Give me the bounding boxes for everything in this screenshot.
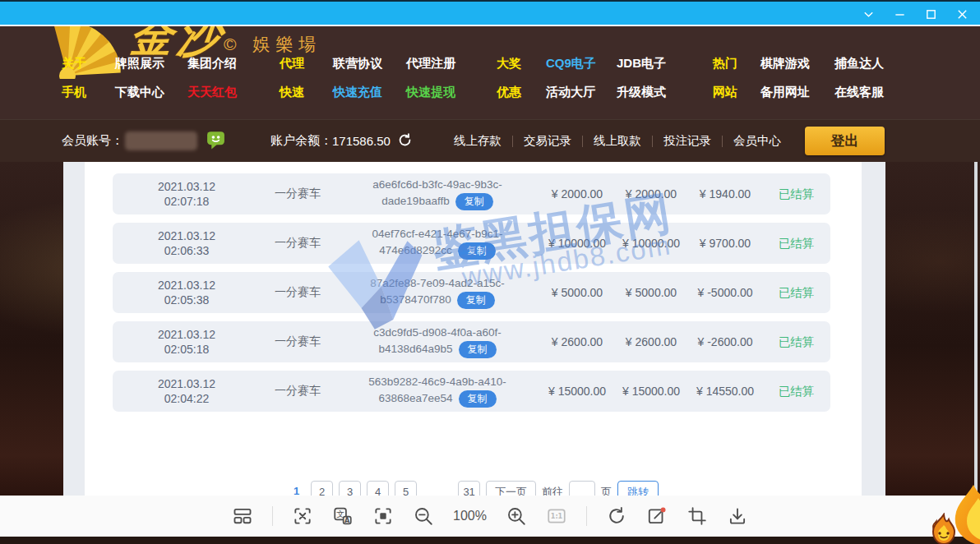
status-badge: 已结算 — [762, 236, 830, 251]
valid-amount: ¥ 5000.00 — [614, 286, 688, 299]
profit-amount: ¥ 9700.00 — [688, 237, 762, 250]
bottom-edge-strip — [0, 537, 980, 544]
logout-button[interactable]: 登出 — [805, 127, 885, 155]
bet-id: 563b9282-46c9-4a9b-a410- 63868ea7ee54复制 — [335, 375, 540, 407]
nav-item-快速[interactable]: 快速 — [280, 85, 333, 100]
collapse-icon[interactable] — [857, 3, 880, 25]
bet-record-row: 2021.03.1202:04:22 一分赛车 563b9282-46c9-4a… — [113, 371, 830, 412]
download-icon[interactable] — [727, 505, 748, 527]
maximize-icon[interactable] — [919, 3, 942, 25]
nav-item-备用网址[interactable]: 备用网址 — [760, 85, 834, 100]
nav-item-JDB电子[interactable]: JDB电子 — [617, 56, 713, 71]
account-links: 线上存款交易记录线上取款投注记录会员中心 — [443, 133, 792, 149]
minimize-icon[interactable] — [888, 3, 911, 25]
svg-text:A: A — [344, 516, 350, 524]
nav-item-代理注册[interactable]: 代理注册 — [406, 56, 497, 71]
edit-icon[interactable] — [646, 505, 668, 527]
bet-amount: ¥ 15000.00 — [540, 385, 614, 398]
nav-item-集团介绍[interactable]: 集团介绍 — [187, 56, 280, 71]
translate-icon[interactable]: 文 A — [332, 505, 354, 527]
close-icon[interactable] — [950, 3, 973, 25]
bet-record-row: 2021.03.1202:06:33 一分赛车 04ef76cf-e421-4e… — [113, 223, 830, 264]
flame-mascot-icon — [926, 513, 962, 544]
bet-game: 一分赛车 — [261, 187, 335, 201]
nav-item-CQ9电子[interactable]: CQ9电子 — [546, 56, 617, 71]
nav-row2: 手机下载中心天天红包快速快速充值快速提现优惠活动大厅升级模式网站备用网址在线客服 — [0, 85, 980, 100]
copy-button[interactable]: 复制 — [457, 292, 495, 309]
status-badge: 已结算 — [762, 285, 830, 301]
nav-item-大奖[interactable]: 大奖 — [497, 56, 546, 71]
account-link-线上存款[interactable]: 线上存款 — [443, 133, 512, 149]
chat-bubble-icon[interactable] — [206, 129, 226, 153]
account-link-会员中心[interactable]: 会员中心 — [723, 133, 792, 149]
viewer-toolbar: 文 A 100% 1:1 — [0, 496, 980, 537]
nav-item-棋牌游戏[interactable]: 棋牌游戏 — [760, 56, 834, 71]
bet-amount: ¥ 2000.00 — [540, 187, 614, 201]
bet-record-row: 2021.03.1202:05:38 一分赛车 87a2fe88-7e09-4a… — [113, 272, 830, 313]
site-header: 金沙 © 娛樂場 关于牌照展示集团介绍代理联营协议代理注册大奖CQ9电子JDB电… — [0, 26, 980, 119]
nav-item-关于[interactable]: 关于 — [62, 56, 115, 71]
toolbar-divider — [586, 506, 587, 526]
nav-item-网站[interactable]: 网站 — [713, 85, 760, 100]
nav-item-快速充值[interactable]: 快速充值 — [333, 85, 406, 100]
nav-item-联营协议[interactable]: 联营协议 — [333, 56, 406, 71]
valid-amount: ¥ 2600.00 — [614, 335, 688, 348]
copy-button[interactable]: 复制 — [459, 390, 497, 408]
copy-button[interactable]: 复制 — [455, 193, 493, 210]
profit-amount: ¥ 14550.00 — [688, 385, 762, 398]
nav-item-升级模式[interactable]: 升级模式 — [617, 85, 713, 100]
bet-game: 一分赛车 — [261, 384, 335, 399]
status-badge: 已结算 — [762, 334, 830, 350]
nav-item-代理[interactable]: 代理 — [280, 56, 333, 71]
fullscreen-icon[interactable] — [372, 505, 394, 527]
copy-button[interactable]: 复制 — [458, 242, 496, 260]
valid-amount: ¥ 2000.00 — [614, 187, 688, 201]
nav-item-手机[interactable]: 手机 — [62, 85, 115, 100]
status-badge: 已结算 — [762, 187, 830, 202]
rotate-icon[interactable] — [606, 505, 627, 527]
layout-grid-icon[interactable] — [232, 505, 253, 527]
bet-record-row: 2021.03.1202:05:18 一分赛车 c3dc9fd5-d908-4f… — [113, 321, 830, 362]
copy-button[interactable]: 复制 — [459, 341, 497, 358]
account-menu: 线上存款交易记录线上取款投注记录会员中心 登出 — [443, 127, 980, 155]
bet-id: 87a2fe88-7e09-4ad2-a15c- b5378470f780复制 — [335, 276, 540, 308]
bet-game: 一分赛车 — [261, 334, 335, 349]
one-to-one-icon[interactable]: 1:1 — [546, 505, 567, 527]
nav-item-优惠[interactable]: 优惠 — [497, 85, 546, 100]
nav-item-下载中心[interactable]: 下载中心 — [115, 85, 187, 100]
valid-amount: ¥ 15000.00 — [614, 385, 688, 398]
account-info: 会员账号： — [0, 129, 226, 153]
account-link-投注记录[interactable]: 投注记录 — [653, 133, 722, 149]
bet-datetime: 2021.03.1202:04:22 — [113, 376, 261, 406]
bet-datetime: 2021.03.1202:05:18 — [113, 327, 261, 357]
account-label: 会员账号： — [62, 133, 123, 149]
zoom-in-icon[interactable] — [506, 505, 527, 527]
profit-amount: ¥ -5000.00 — [688, 286, 762, 299]
status-badge: 已结算 — [762, 384, 830, 399]
bet-id: 04ef76cf-e421-4e67-b9c1- 474e6d8292cc复制 — [335, 227, 540, 259]
panel-gutter-left — [63, 162, 85, 496]
zoom-out-icon[interactable] — [413, 505, 434, 527]
profit-amount: ¥ 1940.00 — [688, 187, 762, 201]
bet-game: 一分赛车 — [261, 236, 335, 251]
nav-item-热门[interactable]: 热门 — [713, 56, 760, 71]
nav-item-天天红包[interactable]: 天天红包 — [187, 85, 280, 100]
window-titlebar[interactable] — [0, 0, 980, 25]
nav-item-捕鱼达人[interactable]: 捕鱼达人 — [834, 56, 917, 71]
extract-text-icon[interactable] — [292, 505, 313, 527]
zoom-level: 100% — [453, 509, 487, 523]
nav-item-活动大厅[interactable]: 活动大厅 — [546, 85, 617, 100]
toolbar-divider — [272, 506, 273, 526]
account-link-交易记录[interactable]: 交易记录 — [513, 133, 582, 149]
nav-item-在线客服[interactable]: 在线客服 — [834, 85, 917, 100]
account-link-线上取款[interactable]: 线上取款 — [583, 133, 652, 149]
bet-amount: ¥ 10000.00 — [540, 237, 614, 250]
nav-item-牌照展示[interactable]: 牌照展示 — [115, 56, 187, 71]
records-list: 2021.03.1202:07:18 一分赛车 a6e6fc6d-b3fc-49… — [113, 173, 830, 420]
bet-amount: ¥ 2600.00 — [540, 335, 614, 348]
page-scrollbar[interactable] — [974, 162, 978, 496]
bet-datetime: 2021.03.1202:07:18 — [113, 179, 261, 209]
refresh-balance-icon[interactable] — [397, 132, 413, 150]
crop-icon[interactable] — [686, 505, 708, 527]
nav-item-快速提现[interactable]: 快速提现 — [406, 85, 497, 100]
